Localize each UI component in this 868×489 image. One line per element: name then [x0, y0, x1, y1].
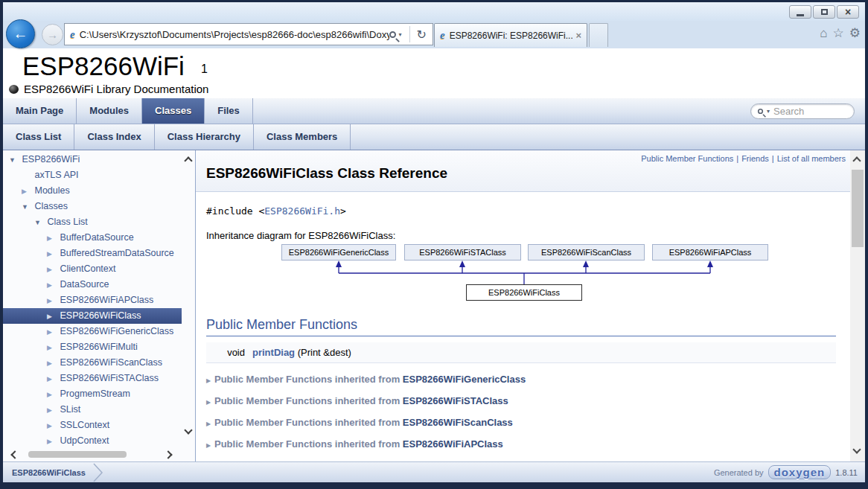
scroll-up-icon[interactable] [852, 156, 861, 164]
address-bar[interactable]: e C:\Users\Krzysztof\Documents\Projects\… [64, 23, 433, 45]
tab-files[interactable]: Files [205, 98, 253, 124]
breadcrumb-item[interactable]: ESP8266WiFiClass [3, 468, 86, 477]
back-button[interactable]: ← [6, 19, 35, 48]
classes-subnav-tabs: Class List Class Index Class Hierarchy C… [3, 124, 865, 150]
tree-item[interactable]: DataSource [3, 277, 182, 293]
tree-item[interactable]: axTLS API [3, 167, 182, 183]
inherited-members-header[interactable]: Public Member Functions inherited from E… [206, 374, 836, 385]
forward-button[interactable]: → [42, 24, 63, 45]
collapse-arrow-icon[interactable] [206, 440, 214, 451]
scrollbar-thumb[interactable] [852, 170, 864, 247]
member-name-link[interactable]: printDiag [252, 347, 295, 358]
close-button[interactable]: × [837, 5, 859, 19]
scroll-down-icon[interactable] [852, 445, 861, 453]
tree-item[interactable]: ESP8266WiFiGenericClass [3, 324, 182, 339]
tab-class-members[interactable]: Class Members [254, 124, 351, 150]
collapse-arrow-icon[interactable] [206, 375, 214, 386]
tree-item[interactable]: Modules [3, 183, 182, 199]
tree-item[interactable]: ESP8266WiFiScanClass [3, 355, 182, 371]
search-icon[interactable] [389, 31, 396, 38]
tree-expand-icon[interactable] [47, 387, 57, 403]
inherited-prefix: Public Member Functions inherited from [214, 417, 403, 428]
tree-expand-icon[interactable] [47, 418, 57, 434]
tab-class-list[interactable]: Class List [3, 124, 74, 150]
diagram-parent-class-box[interactable]: ESP8266WiFiAPClass [652, 244, 768, 261]
tree-expand-icon[interactable] [47, 246, 57, 262]
tree-expand-icon[interactable] [47, 340, 57, 356]
include-file-link[interactable]: ESP8266WiFi.h [264, 205, 340, 217]
tab-class-hierarchy[interactable]: Class Hierarchy [155, 124, 254, 150]
tree-expand-icon[interactable] [22, 199, 32, 215]
generated-by-label: Generated by [714, 468, 764, 477]
tab-close-icon[interactable]: × [575, 30, 581, 41]
tree-item-label: ESP8266WiFiSTAClass [60, 373, 158, 383]
tree-expand-icon[interactable] [47, 262, 57, 278]
collapse-arrow-icon[interactable] [206, 418, 214, 429]
favorites-star-icon[interactable]: ☆ [833, 26, 844, 41]
doc-search-box[interactable]: ▾ [750, 103, 855, 119]
inherited-members-header[interactable]: Public Member Functions inherited from E… [206, 417, 836, 428]
diagram-parent-class-box[interactable]: ESP8266WiFiScanClass [528, 244, 645, 261]
tree-expand-icon[interactable] [47, 309, 57, 325]
browser-tab[interactable]: e ESP8266WiFi: ESP8266WiFi... × [434, 23, 587, 47]
home-icon[interactable]: ⌂ [820, 26, 827, 41]
tab-main-page[interactable]: Main Page [3, 98, 77, 124]
settings-gear-icon[interactable]: ⚙ [849, 26, 861, 41]
url-text[interactable]: C:\Users\Krzysztof\Documents\Projects\es… [80, 29, 389, 40]
navpath-footer: ESP8266WiFiClass Generated by doxygen 1.… [3, 461, 865, 482]
tree-item[interactable]: Class List [3, 214, 182, 230]
diagram-parent-class-box[interactable]: ESP8266WiFiGenericClass [281, 244, 396, 261]
tree-item[interactable]: ESP8266WiFi [3, 152, 182, 167]
tree-item[interactable]: BufferedStreamDataSource [3, 246, 182, 261]
sidebar-horizontal-scrollbar[interactable] [3, 448, 182, 461]
tree-item[interactable]: ESP8266WiFiAPClass [3, 293, 182, 308]
restore-button[interactable] [813, 5, 835, 19]
search-dropdown-icon[interactable]: ▾ [767, 108, 770, 115]
tree-expand-icon[interactable] [47, 356, 57, 371]
tree-item[interactable]: UdpContext [3, 433, 182, 449]
inherited-class-link[interactable]: ESP8266WiFiSTAClass [403, 395, 508, 406]
tab-classes[interactable]: Classes [142, 98, 205, 124]
refresh-button[interactable]: ↻ [414, 28, 430, 42]
scrollbar-thumb[interactable] [28, 451, 127, 458]
tree-item[interactable]: ESP8266WiFiSTAClass [3, 371, 182, 386]
tree-item[interactable]: Classes [3, 199, 182, 214]
inherited-members-header[interactable]: Public Member Functions inherited from E… [206, 438, 836, 450]
inherited-class-link[interactable]: ESP8266WiFiGenericClass [403, 374, 526, 385]
scroll-right-icon[interactable] [164, 450, 172, 458]
new-tab-button[interactable] [589, 23, 608, 47]
scroll-left-icon[interactable] [10, 450, 19, 458]
collapse-arrow-icon[interactable] [206, 397, 214, 408]
tree-expand-icon[interactable] [47, 325, 57, 340]
tree-item[interactable]: ESP8266WiFiClass [3, 308, 182, 324]
tree-expand-icon[interactable] [9, 153, 19, 168]
tree-item[interactable]: ESP8266WiFiMulti [3, 339, 182, 355]
tree-item[interactable]: ProgmemStream [3, 386, 182, 402]
tree-expand-icon[interactable] [47, 278, 57, 293]
inherited-class-link[interactable]: ESP8266WiFiScanClass [403, 417, 513, 428]
link-friends[interactable]: Friends [741, 154, 769, 163]
tree-expand-icon[interactable] [47, 403, 57, 418]
minimize-button[interactable] [789, 5, 811, 19]
inherited-class-link[interactable]: ESP8266WiFiAPClass [403, 438, 503, 450]
search-dropdown-icon[interactable]: ▾ [399, 31, 402, 38]
link-public-member-functions[interactable]: Public Member Functions [641, 154, 733, 163]
doxygen-logo[interactable]: doxygen [768, 465, 832, 479]
tree-item[interactable]: ClientContext [3, 261, 182, 277]
diagram-parent-class-box[interactable]: ESP8266WiFiSTAClass [404, 244, 521, 261]
tab-modules[interactable]: Modules [77, 98, 142, 124]
link-all-members[interactable]: List of all members [777, 154, 846, 163]
tree-expand-icon[interactable] [47, 371, 57, 387]
search-input[interactable] [773, 106, 840, 117]
tree-item[interactable]: SList [3, 402, 182, 418]
inherited-members-header[interactable]: Public Member Functions inherited from E… [206, 395, 836, 406]
tree-expand-icon[interactable] [34, 215, 45, 231]
tree-expand-icon[interactable] [47, 293, 57, 309]
tree-expand-icon[interactable] [22, 184, 32, 199]
tree-expand-icon[interactable] [47, 231, 57, 246]
tree-item[interactable]: BufferDataSource [3, 230, 182, 246]
tree-expand-icon[interactable] [47, 434, 57, 450]
tab-class-index[interactable]: Class Index [74, 124, 154, 150]
tree-item[interactable]: SSLContext [3, 418, 182, 433]
content-scrollbar[interactable] [850, 150, 865, 461]
